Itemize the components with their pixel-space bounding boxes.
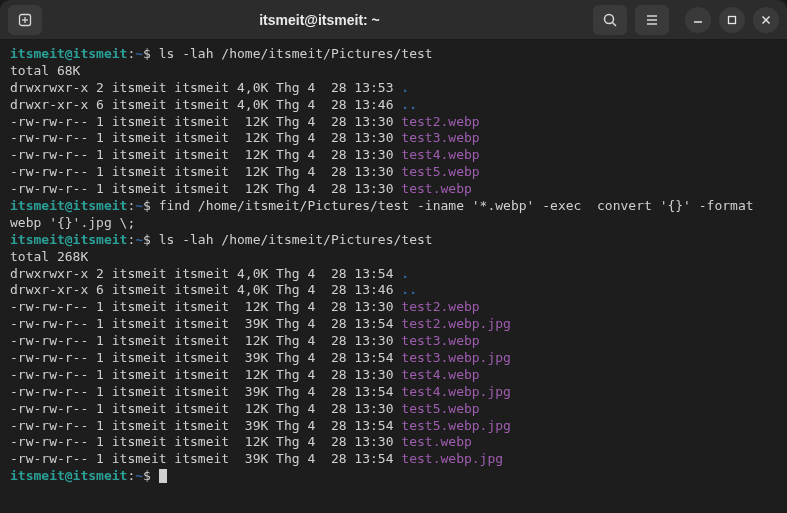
ls-meta: -rw-rw-r-- 1 itsmeit itsmeit 12K Thg 4 2…: [10, 367, 401, 382]
ls-total: total 268K: [10, 249, 88, 264]
ls-name: test.webp.jpg: [401, 451, 503, 466]
ls-meta: -rw-rw-r-- 1 itsmeit itsmeit 12K Thg 4 2…: [10, 164, 401, 179]
terminal-line: drwxr-xr-x 6 itsmeit itsmeit 4,0K Thg 4 …: [10, 97, 777, 114]
prompt-user-host: itsmeit@itsmeit: [10, 468, 127, 483]
ls-meta: -rw-rw-r-- 1 itsmeit itsmeit 12K Thg 4 2…: [10, 299, 401, 314]
close-button[interactable]: [753, 7, 779, 33]
command-text: ls -lah /home/itsmeit/Pictures/test: [159, 232, 433, 247]
prompt-path: ~: [135, 198, 143, 213]
terminal-line: -rw-rw-r-- 1 itsmeit itsmeit 12K Thg 4 2…: [10, 333, 777, 350]
ls-name: .: [401, 80, 409, 95]
maximize-button[interactable]: [719, 7, 745, 33]
terminal-line: -rw-rw-r-- 1 itsmeit itsmeit 39K Thg 4 2…: [10, 316, 777, 333]
prompt-symbol: $: [143, 468, 159, 483]
ls-name: test2.webp.jpg: [401, 316, 511, 331]
prompt-symbol: $: [143, 46, 159, 61]
ls-meta: -rw-rw-r-- 1 itsmeit itsmeit 12K Thg 4 2…: [10, 333, 401, 348]
terminal-line: -rw-rw-r-- 1 itsmeit itsmeit 12K Thg 4 2…: [10, 401, 777, 418]
ls-name: test4.webp: [401, 367, 479, 382]
terminal-line: drwxr-xr-x 6 itsmeit itsmeit 4,0K Thg 4 …: [10, 282, 777, 299]
ls-name: test3.webp: [401, 130, 479, 145]
ls-name: test.webp: [401, 434, 471, 449]
maximize-icon: [726, 14, 738, 26]
ls-name: test5.webp.jpg: [401, 418, 511, 433]
ls-meta: -rw-rw-r-- 1 itsmeit itsmeit 39K Thg 4 2…: [10, 350, 401, 365]
terminal-line: -rw-rw-r-- 1 itsmeit itsmeit 39K Thg 4 2…: [10, 384, 777, 401]
prompt-user-host: itsmeit@itsmeit: [10, 46, 127, 61]
terminal-line: drwxrwxr-x 2 itsmeit itsmeit 4,0K Thg 4 …: [10, 80, 777, 97]
terminal-line: -rw-rw-r-- 1 itsmeit itsmeit 12K Thg 4 2…: [10, 164, 777, 181]
prompt-path: ~: [135, 46, 143, 61]
terminal-line: itsmeit@itsmeit:~$ find /home/itsmeit/Pi…: [10, 198, 777, 232]
ls-meta: drwxr-xr-x 6 itsmeit itsmeit 4,0K Thg 4 …: [10, 282, 401, 297]
new-tab-icon: [17, 12, 33, 28]
terminal-line: itsmeit@itsmeit:~$: [10, 468, 777, 485]
ls-meta: -rw-rw-r-- 1 itsmeit itsmeit 12K Thg 4 2…: [10, 130, 401, 145]
ls-meta: -rw-rw-r-- 1 itsmeit itsmeit 39K Thg 4 2…: [10, 316, 401, 331]
window-title: itsmeit@itsmeit: ~: [46, 12, 593, 28]
ls-name: test2.webp: [401, 114, 479, 129]
titlebar: itsmeit@itsmeit: ~: [0, 0, 787, 40]
ls-meta: -rw-rw-r-- 1 itsmeit itsmeit 39K Thg 4 2…: [10, 384, 401, 399]
ls-meta: -rw-rw-r-- 1 itsmeit itsmeit 12K Thg 4 2…: [10, 114, 401, 129]
new-tab-button[interactable]: [8, 5, 42, 35]
prompt-symbol: $: [143, 232, 159, 247]
ls-meta: -rw-rw-r-- 1 itsmeit itsmeit 12K Thg 4 2…: [10, 181, 401, 196]
prompt-user-host: itsmeit@itsmeit: [10, 232, 127, 247]
ls-total: total 68K: [10, 63, 80, 78]
prompt-path: ~: [135, 232, 143, 247]
ls-meta: drwxrwxr-x 2 itsmeit itsmeit 4,0K Thg 4 …: [10, 80, 401, 95]
terminal-line: -rw-rw-r-- 1 itsmeit itsmeit 12K Thg 4 2…: [10, 181, 777, 198]
svg-point-3: [605, 14, 614, 23]
ls-name: .: [401, 266, 409, 281]
ls-name: test5.webp: [401, 401, 479, 416]
menu-button[interactable]: [635, 5, 669, 35]
ls-meta: -rw-rw-r-- 1 itsmeit itsmeit 12K Thg 4 2…: [10, 147, 401, 162]
ls-name: test4.webp: [401, 147, 479, 162]
svg-rect-9: [729, 16, 736, 23]
ls-meta: -rw-rw-r-- 1 itsmeit itsmeit 12K Thg 4 2…: [10, 401, 401, 416]
minimize-button[interactable]: [685, 7, 711, 33]
ls-name: test2.webp: [401, 299, 479, 314]
terminal-line: -rw-rw-r-- 1 itsmeit itsmeit 39K Thg 4 2…: [10, 418, 777, 435]
terminal-line: -rw-rw-r-- 1 itsmeit itsmeit 12K Thg 4 2…: [10, 299, 777, 316]
ls-name: test3.webp: [401, 333, 479, 348]
terminal-body[interactable]: itsmeit@itsmeit:~$ ls -lah /home/itsmeit…: [0, 40, 787, 513]
prompt-symbol: $: [143, 198, 159, 213]
search-button[interactable]: [593, 5, 627, 35]
prompt-user-host: itsmeit@itsmeit: [10, 198, 127, 213]
command-text: ls -lah /home/itsmeit/Pictures/test: [159, 46, 433, 61]
terminal-line: -rw-rw-r-- 1 itsmeit itsmeit 12K Thg 4 2…: [10, 114, 777, 131]
hamburger-icon: [644, 12, 660, 28]
cursor: [159, 469, 167, 483]
ls-name: test5.webp: [401, 164, 479, 179]
ls-name: test4.webp.jpg: [401, 384, 511, 399]
ls-meta: -rw-rw-r-- 1 itsmeit itsmeit 12K Thg 4 2…: [10, 434, 401, 449]
ls-meta: -rw-rw-r-- 1 itsmeit itsmeit 39K Thg 4 2…: [10, 418, 401, 433]
terminal-line: -rw-rw-r-- 1 itsmeit itsmeit 39K Thg 4 2…: [10, 350, 777, 367]
terminal-line: total 268K: [10, 249, 777, 266]
ls-name: ..: [401, 282, 417, 297]
svg-line-4: [613, 22, 617, 26]
close-icon: [760, 14, 772, 26]
ls-meta: -rw-rw-r-- 1 itsmeit itsmeit 39K Thg 4 2…: [10, 451, 401, 466]
terminal-line: -rw-rw-r-- 1 itsmeit itsmeit 39K Thg 4 2…: [10, 451, 777, 468]
terminal-line: -rw-rw-r-- 1 itsmeit itsmeit 12K Thg 4 2…: [10, 367, 777, 384]
terminal-line: -rw-rw-r-- 1 itsmeit itsmeit 12K Thg 4 2…: [10, 130, 777, 147]
terminal-line: drwxrwxr-x 2 itsmeit itsmeit 4,0K Thg 4 …: [10, 266, 777, 283]
prompt-path: ~: [135, 468, 143, 483]
ls-meta: drwxr-xr-x 6 itsmeit itsmeit 4,0K Thg 4 …: [10, 97, 401, 112]
ls-name: ..: [401, 97, 417, 112]
minimize-icon: [692, 14, 704, 26]
search-icon: [602, 12, 618, 28]
terminal-line: itsmeit@itsmeit:~$ ls -lah /home/itsmeit…: [10, 46, 777, 63]
terminal-line: total 68K: [10, 63, 777, 80]
terminal-line: -rw-rw-r-- 1 itsmeit itsmeit 12K Thg 4 2…: [10, 147, 777, 164]
terminal-line: itsmeit@itsmeit:~$ ls -lah /home/itsmeit…: [10, 232, 777, 249]
ls-name: test.webp: [401, 181, 471, 196]
ls-meta: drwxrwxr-x 2 itsmeit itsmeit 4,0K Thg 4 …: [10, 266, 401, 281]
ls-name: test3.webp.jpg: [401, 350, 511, 365]
terminal-line: -rw-rw-r-- 1 itsmeit itsmeit 12K Thg 4 2…: [10, 434, 777, 451]
